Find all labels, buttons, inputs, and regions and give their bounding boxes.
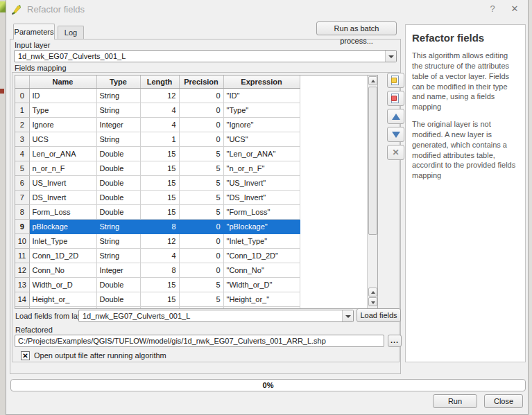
run-button[interactable]: Run — [433, 394, 477, 408]
precision-cell[interactable]: 5 — [179, 292, 223, 306]
col-header-index[interactable] — [15, 76, 29, 88]
precision-cell[interactable]: 5 — [179, 190, 223, 204]
length-cell[interactable]: 12 — [140, 233, 179, 248]
expression-cell[interactable]: "US_Invert" — [223, 175, 300, 190]
precision-cell[interactable]: 0 — [179, 132, 223, 146]
type-cell[interactable]: Integer — [96, 263, 140, 277]
expression-cell[interactable]: "ID" — [223, 88, 300, 103]
length-cell[interactable]: 4 — [140, 248, 179, 263]
move-field-up-button[interactable] — [387, 109, 404, 124]
table-row[interactable]: 9pBlockageString80"pBlockage" — [15, 219, 300, 233]
name-cell[interactable]: Type — [29, 103, 96, 117]
length-cell[interactable]: 15 — [140, 292, 179, 306]
expression-cell[interactable]: "Width_or_D" — [223, 277, 300, 292]
input-layer-combobox[interactable]: 1d_nwk_EG07_Culverts_001_L — [14, 50, 397, 62]
expression-cell[interactable]: "UCS" — [223, 132, 300, 146]
length-cell[interactable]: 15 — [140, 175, 179, 190]
table-row[interactable]: 7DS_InvertDouble155"DS_Invert" — [15, 190, 300, 204]
type-cell[interactable]: Double — [96, 190, 140, 204]
expression-cell[interactable]: "Conn_No" — [223, 263, 300, 277]
table-row[interactable]: 5n_or_n_FDouble155"n_or_n_F" — [15, 161, 300, 175]
row-index-cell[interactable]: 13 — [15, 277, 29, 292]
type-cell[interactable]: String — [96, 88, 140, 103]
length-cell[interactable]: 15 — [140, 277, 179, 292]
precision-cell[interactable]: 5 — [179, 204, 223, 219]
precision-cell[interactable]: 0 — [179, 103, 223, 117]
row-index-cell[interactable]: 9 — [15, 219, 29, 233]
empty-cell[interactable] — [15, 306, 29, 309]
name-cell[interactable]: Height_or_ — [29, 292, 96, 306]
empty-cell[interactable] — [179, 306, 223, 309]
tab-parameters[interactable]: Parameters — [13, 24, 55, 39]
table-row[interactable]: 13Width_or_DDouble155"Width_or_D" — [15, 277, 300, 292]
empty-cell[interactable] — [140, 306, 179, 309]
length-cell[interactable]: 12 — [140, 88, 179, 103]
table-row[interactable]: 10Inlet_TypeString120"Inlet_Type" — [15, 233, 300, 248]
table-row[interactable]: 11Conn_1D_2DString40"Conn_1D_2D" — [15, 248, 300, 263]
type-cell[interactable]: Double — [96, 175, 140, 190]
open-output-checkbox[interactable]: ✕ — [21, 351, 30, 360]
table-row[interactable]: 4Len_or_ANADouble155"Len_or_ANA" — [15, 146, 300, 161]
table-row-partial[interactable] — [15, 306, 300, 309]
type-cell[interactable]: Double — [96, 277, 140, 292]
precision-cell[interactable]: 5 — [179, 277, 223, 292]
name-cell[interactable]: Inlet_Type — [29, 233, 96, 248]
empty-cell[interactable] — [96, 306, 140, 309]
row-index-cell[interactable]: 5 — [15, 161, 29, 175]
length-cell[interactable]: 8 — [140, 219, 179, 233]
close-window-button[interactable]: ✕ — [508, 3, 521, 15]
title-bar[interactable]: Refactor fields ? ✕ — [6, 0, 528, 19]
row-index-cell[interactable]: 12 — [15, 263, 29, 277]
expression-cell[interactable]: "Type" — [223, 103, 300, 117]
expression-cell[interactable]: "n_or_n_F" — [223, 161, 300, 175]
length-cell[interactable]: 1 — [140, 132, 179, 146]
expression-cell[interactable]: "pBlockage" — [223, 219, 300, 233]
type-cell[interactable]: Integer — [96, 117, 140, 132]
row-index-cell[interactable]: 0 — [15, 88, 29, 103]
add-field-button[interactable] — [387, 73, 404, 88]
type-cell[interactable]: String — [96, 132, 140, 146]
tab-log[interactable]: Log — [58, 26, 84, 39]
table-row[interactable]: 12Conn_NoInteger80"Conn_No" — [15, 263, 300, 277]
run-as-batch-button[interactable]: Run as batch process... — [316, 21, 397, 35]
precision-cell[interactable]: 0 — [179, 88, 223, 103]
table-row[interactable]: 6US_InvertDouble155"US_Invert" — [15, 175, 300, 190]
length-cell[interactable]: 15 — [140, 161, 179, 175]
precision-cell[interactable]: 0 — [179, 248, 223, 263]
length-cell[interactable]: 4 — [140, 103, 179, 117]
empty-cell[interactable] — [29, 306, 96, 309]
col-header-length[interactable]: Length — [140, 76, 179, 88]
col-header-name[interactable]: Name — [29, 76, 96, 88]
row-index-cell[interactable]: 3 — [15, 132, 29, 146]
precision-cell[interactable]: 5 — [179, 161, 223, 175]
name-cell[interactable]: Width_or_D — [29, 277, 96, 292]
name-cell[interactable]: n_or_n_F — [29, 161, 96, 175]
col-header-type[interactable]: Type — [96, 76, 140, 88]
name-cell[interactable]: pBlockage — [29, 219, 96, 233]
type-cell[interactable]: String — [96, 248, 140, 263]
output-path-input[interactable]: C:/Projects/Examples/QGIS/TUFLOW/model/g… — [15, 335, 384, 347]
name-cell[interactable]: DS_Invert — [29, 190, 96, 204]
type-cell[interactable]: Double — [96, 161, 140, 175]
fields-table[interactable]: Name Type Length Precision Expression 0I… — [15, 75, 378, 309]
table-row[interactable]: 3UCSString10"UCS" — [15, 132, 300, 146]
scroll-up-button-2[interactable] — [368, 288, 377, 297]
move-field-down-button[interactable] — [387, 127, 404, 142]
scroll-down-button[interactable] — [368, 297, 377, 306]
table-vertical-scrollbar[interactable] — [367, 76, 377, 308]
name-cell[interactable]: Ignore — [29, 117, 96, 132]
row-index-cell[interactable]: 6 — [15, 175, 29, 190]
type-cell[interactable]: Double — [96, 146, 140, 161]
table-row[interactable]: 2IgnoreInteger40"Ignore" — [15, 117, 300, 132]
length-cell[interactable]: 15 — [140, 146, 179, 161]
empty-cell[interactable] — [223, 306, 300, 309]
load-fields-button[interactable]: Load fields — [357, 308, 401, 322]
row-index-cell[interactable]: 4 — [15, 146, 29, 161]
precision-cell[interactable]: 5 — [179, 175, 223, 190]
type-cell[interactable]: String — [96, 103, 140, 117]
row-index-cell[interactable]: 10 — [15, 233, 29, 248]
name-cell[interactable]: UCS — [29, 132, 96, 146]
scrollbar-thumb[interactable] — [368, 87, 377, 235]
clear-fields-button[interactable]: ✕ — [387, 145, 404, 160]
table-row[interactable]: 14Height_or_Double155"Height_or_" — [15, 292, 300, 306]
